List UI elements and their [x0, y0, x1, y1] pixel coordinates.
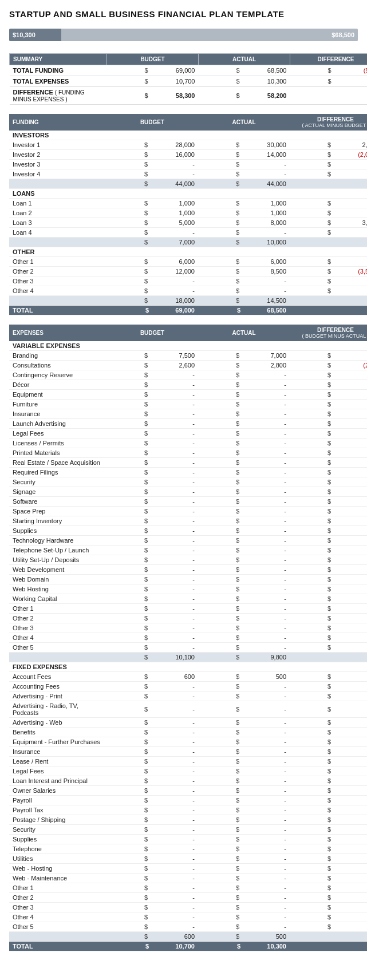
row-label: Furniture	[9, 400, 106, 409]
row-label: Starting Inventory	[9, 516, 106, 526]
cell-dollar: $	[198, 682, 244, 691]
cell-dollar: $	[106, 623, 152, 633]
cell-dollar: $	[290, 844, 336, 854]
section-header-label: INVESTORS	[9, 131, 367, 140]
row-label: Security	[9, 825, 106, 835]
cell-dollar: $	[106, 536, 152, 546]
subtotal-row: $18,000 $14,500	[9, 296, 367, 306]
cell-dollar: $	[290, 691, 336, 701]
summary-header-label: SUMMARY	[10, 54, 107, 65]
cell-dollar: $	[107, 65, 153, 76]
section-header-row: LOANS	[9, 189, 367, 199]
progress-bar-section: $10,300 $68,500	[9, 27, 358, 43]
cell-dollar: $	[198, 864, 244, 874]
row-label: Web Development	[9, 565, 106, 575]
data-row: Technology Hardware $- $- $-	[9, 536, 367, 546]
data-row: Web Development $- $- $-	[9, 565, 367, 575]
cell-dollar: $	[198, 419, 244, 429]
row-label: Décor	[9, 380, 106, 390]
cell-dollar: $	[198, 361, 244, 370]
total-label: TOTAL	[9, 306, 106, 315]
cell-dollar: $	[290, 614, 336, 623]
cell-dollar: $	[106, 815, 152, 825]
data-row: Consultations $2,600 $2,800 $(200)	[9, 361, 367, 370]
cell-dollar: $	[290, 796, 336, 805]
cell-dollar: $	[198, 701, 244, 718]
cell-dollar: $	[290, 825, 336, 835]
row-label: Working Capital	[9, 594, 106, 604]
row-label: Other 1	[9, 604, 106, 614]
progress-label-right: $68,500	[332, 31, 354, 38]
cell-dollar: $	[198, 218, 244, 228]
cell-dollar: $	[290, 737, 336, 747]
cell-dollar: $	[106, 643, 152, 653]
cell-dollar: $	[290, 351, 336, 361]
cell-dollar: $	[198, 643, 244, 653]
cell-dollar: $	[290, 228, 336, 238]
row-label: Other 2	[9, 267, 106, 276]
data-row: Printed Materials $- $- $-	[9, 448, 367, 458]
cell-dollar: $	[290, 409, 336, 419]
cell-dollar: $	[290, 438, 336, 448]
data-row: Accounting Fees $- $- $-	[9, 682, 367, 691]
row-label: Other 4	[9, 633, 106, 643]
cell-dollar: $	[290, 682, 336, 691]
data-row: Web - Hosting $- $- $-	[9, 864, 367, 874]
cell-dollar: $	[290, 276, 336, 286]
cell-dollar: $	[106, 199, 152, 208]
cell-dollar: $	[106, 701, 152, 718]
cell-dollar: $	[106, 874, 152, 883]
row-label: TOTAL FUNDING	[10, 65, 107, 76]
cell-dollar: $	[106, 160, 152, 169]
cell-dollar: $	[290, 169, 336, 179]
data-row: Supplies $- $- $-	[9, 526, 367, 536]
cell-dollar: $	[290, 623, 336, 633]
data-row: Other 1 $- $- $-	[9, 604, 367, 614]
data-row: Other 4 $- $- $-	[9, 286, 367, 296]
cell-dollar: $	[106, 718, 152, 728]
cell-dollar: $	[106, 672, 152, 682]
row-label: Advertising - Web	[9, 718, 106, 728]
data-row: Telephone Set-Up / Launch $- $- $-	[9, 546, 367, 555]
row-label: Lease / Rent	[9, 757, 106, 766]
data-row: Other 2 $- $- $-	[9, 614, 367, 623]
cell-dollar: $	[290, 546, 336, 555]
cell-dollar: $	[106, 614, 152, 623]
row-label: Loan Interest and Principal	[9, 776, 106, 786]
cell-dollar: $	[198, 169, 244, 179]
row-label: Other 3	[9, 903, 106, 912]
progress-label-left: $10,300	[13, 31, 35, 38]
cell-dollar: $	[106, 169, 152, 179]
cell-dollar: $	[198, 257, 244, 267]
cell-dollar: $	[106, 218, 152, 228]
cell-dollar: $	[106, 228, 152, 238]
cell-dollar: $	[198, 438, 244, 448]
row-label: Utilities	[9, 854, 106, 864]
data-row: Other 3 $- $- $-	[9, 903, 367, 912]
data-row: Supplies $- $- $-	[9, 835, 367, 844]
row-label: Advertising - Radio, TV, Podcasts	[9, 701, 106, 718]
data-row: Investor 1 $28,000 $30,000 $2,000	[9, 140, 367, 150]
cell-dollar: $	[106, 546, 152, 555]
row-label: Consultations	[9, 361, 106, 370]
data-row: Other 2 $- $- $-	[9, 893, 367, 903]
cell-dollar: $	[290, 419, 336, 429]
cell-dollar: $	[106, 516, 152, 526]
row-label: Telephone	[9, 844, 106, 854]
cell-dollar: $	[290, 477, 336, 487]
data-row: Required Filings $- $- $-	[9, 468, 367, 477]
cell-dollar: $	[106, 140, 152, 150]
data-row: Contingency Reserve $- $- $-	[9, 370, 367, 380]
cell-dollar: $	[198, 497, 244, 507]
summary-row: TOTAL FUNDING $69,000 $68,500 $(500)	[10, 65, 368, 76]
expenses-header-diff: DIFFERENCE ( BUDGET MINUS ACTUAL )	[290, 325, 367, 341]
cell-dollar: $	[290, 536, 336, 546]
cell-dollar: $	[106, 864, 152, 874]
cell-dollar: $	[290, 805, 336, 815]
section-header-label: LOANS	[9, 189, 367, 199]
cell-dollar: $	[198, 805, 244, 815]
row-label: Payroll Tax	[9, 805, 106, 815]
expenses-header-actual: ACTUAL	[198, 325, 290, 341]
row-label: Equipment	[9, 390, 106, 400]
row-label: Loan 2	[9, 208, 106, 218]
